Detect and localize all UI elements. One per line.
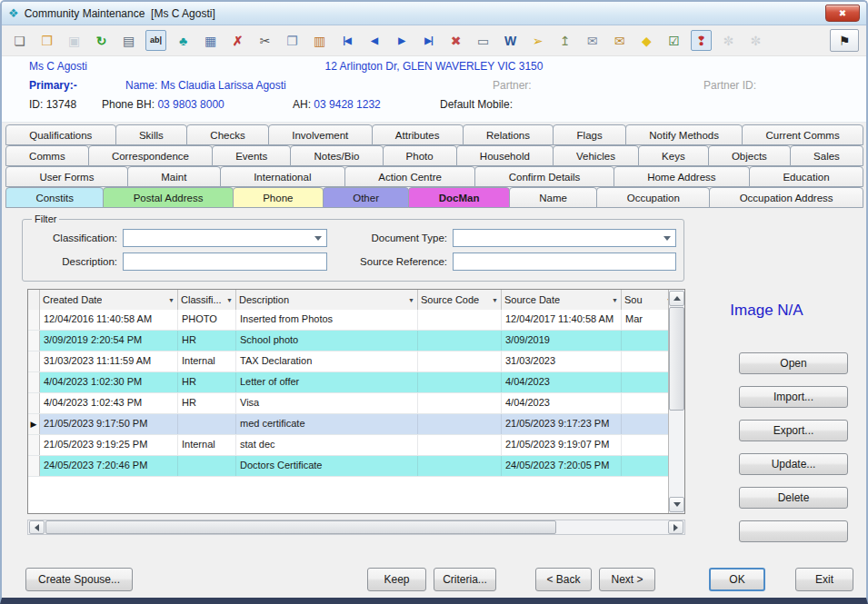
table-row[interactable]: 21/05/2023 9:19:25 PM Internal stat dec …: [28, 435, 684, 456]
tab-keys[interactable]: Keys: [638, 145, 709, 166]
scroll-right-button[interactable]: [668, 520, 683, 534]
description-input[interactable]: [123, 252, 327, 271]
table-row[interactable]: ▶ 21/05/2023 9:17:50 PM med certificate …: [28, 414, 684, 435]
filter-arrow-icon[interactable]: ▼: [408, 297, 414, 303]
filter-arrow-icon[interactable]: ▼: [612, 297, 618, 303]
delete-record-icon[interactable]: ✖: [445, 30, 466, 51]
tab-involvement[interactable]: Involvement: [268, 124, 373, 145]
create-spouse-button[interactable]: Create Spouse...: [25, 568, 133, 591]
tab-qualifications[interactable]: Qualifications: [5, 124, 116, 145]
tab-photo[interactable]: Photo: [383, 145, 457, 166]
tab-notes-bio[interactable]: Notes/Bio: [290, 145, 383, 166]
last-record-icon[interactable]: ▶|: [418, 30, 439, 51]
refresh-icon[interactable]: ↻: [91, 30, 112, 51]
export-button[interactable]: Export...: [739, 420, 848, 441]
horizontal-scroll-thumb[interactable]: [45, 520, 556, 534]
ok-button[interactable]: OK: [709, 568, 765, 591]
pushpin-icon[interactable]: ❢: [691, 30, 712, 51]
tab-sales[interactable]: Sales: [790, 145, 863, 166]
word-merge-icon[interactable]: W: [500, 30, 521, 51]
tab-maint[interactable]: Maint: [127, 166, 221, 187]
tab-occupation[interactable]: Occupation: [596, 187, 710, 208]
table-row[interactable]: 12/04/2016 11:40:58 AM PHOTO Inserted fr…: [28, 310, 684, 331]
tab-action-centre[interactable]: Action Centre: [344, 166, 475, 187]
cut-icon[interactable]: ✂: [254, 30, 275, 51]
tab-other[interactable]: Other: [323, 187, 410, 208]
scroll-up-button[interactable]: [669, 291, 684, 306]
table-row[interactable]: 4/04/2023 1:02:30 PM HR Letter of offer …: [28, 372, 684, 393]
copy-special-icon[interactable]: ↥: [554, 30, 575, 51]
grid-view-icon[interactable]: ▦: [200, 30, 221, 51]
column-header-source-code[interactable]: Source Code ▼: [418, 290, 502, 310]
table-row[interactable]: 31/03/2023 11:11:59 AM Internal TAX Decl…: [28, 352, 684, 372]
memo-icon[interactable]: ▭: [473, 30, 494, 51]
document-type-combobox[interactable]: [453, 229, 676, 247]
tab-international[interactable]: International: [220, 166, 345, 187]
tree-view-icon[interactable]: ♣: [173, 30, 194, 51]
close-button[interactable]: ✖: [825, 5, 860, 22]
tab-home-address[interactable]: Home Address: [614, 166, 750, 187]
tab-current-comms[interactable]: Current Comms: [742, 124, 863, 145]
previous-record-icon[interactable]: ◀: [364, 30, 384, 51]
send-icon[interactable]: ➢: [527, 30, 548, 51]
save-icon[interactable]: ▣: [64, 30, 85, 51]
tab-docman[interactable]: DocMan: [408, 187, 510, 208]
filter-arrow-icon[interactable]: ▼: [492, 297, 498, 303]
tab-attributes[interactable]: Attributes: [372, 124, 464, 145]
vertical-scrollbar[interactable]: [668, 290, 684, 513]
open-folder-icon[interactable]: ❒: [36, 30, 57, 51]
update-button[interactable]: Update...: [739, 453, 848, 475]
copy-icon[interactable]: ❐: [282, 30, 303, 51]
classification-combobox[interactable]: [123, 229, 327, 247]
source-reference-input[interactable]: [453, 252, 676, 271]
table-row[interactable]: 4/04/2023 1:02:43 PM HR Visa 4/04/2023: [28, 393, 684, 414]
spellcheck-icon[interactable]: ✗: [227, 30, 248, 51]
new-document-icon[interactable]: ❏: [9, 30, 30, 51]
next-button[interactable]: Next >: [599, 568, 655, 591]
tab-vehicles[interactable]: Vehicles: [553, 145, 639, 166]
first-record-icon[interactable]: |◀: [336, 30, 357, 51]
back-button[interactable]: < Back: [535, 568, 592, 591]
tab-constits[interactable]: Constits: [5, 187, 104, 208]
horizontal-scrollbar[interactable]: [27, 520, 685, 535]
next-record-icon[interactable]: ▶: [391, 30, 412, 51]
tab-postal-address[interactable]: Postal Address: [103, 187, 233, 208]
tag-icon[interactable]: ◆: [636, 30, 657, 51]
field-codes-icon[interactable]: ab|: [145, 30, 166, 51]
tab-confirm-details[interactable]: Confirm Details: [474, 166, 614, 187]
tab-user-forms[interactable]: User Forms: [5, 166, 128, 187]
email-icon[interactable]: ✉: [582, 30, 603, 51]
column-header-description[interactable]: Description ▼: [236, 290, 418, 310]
tab-flags[interactable]: Flags: [553, 124, 626, 145]
tab-household[interactable]: Household: [456, 145, 554, 166]
tab-phone[interactable]: Phone: [233, 187, 324, 208]
print-icon[interactable]: ▤: [118, 30, 139, 51]
tasks-icon[interactable]: ☑: [663, 30, 684, 51]
vertical-scroll-thumb[interactable]: [669, 307, 684, 411]
tab-objects[interactable]: Objects: [708, 145, 791, 166]
filter-arrow-icon[interactable]: ▼: [226, 297, 233, 303]
paste-icon[interactable]: ▥: [309, 30, 330, 51]
tab-events[interactable]: Events: [212, 145, 291, 166]
keep-button[interactable]: Keep: [367, 568, 426, 591]
sync-right-icon[interactable]: ✼: [745, 30, 766, 51]
tab-correspondence[interactable]: Correspondence: [88, 145, 213, 166]
tab-skills[interactable]: Skills: [115, 124, 187, 145]
email-send-icon[interactable]: ✉: [609, 30, 630, 51]
tab-education[interactable]: Education: [749, 166, 863, 187]
scroll-down-button[interactable]: [669, 497, 684, 512]
table-row[interactable]: 3/09/2019 2:20:54 PM HR School photo 3/0…: [28, 331, 684, 352]
column-header-created-date[interactable]: Created Date ▼: [40, 290, 178, 310]
sync-left-icon[interactable]: ✼: [718, 30, 739, 51]
open-button[interactable]: Open: [739, 352, 848, 374]
blank-button[interactable]: [739, 520, 848, 542]
column-header-classification[interactable]: Classifi... ▼: [178, 290, 236, 310]
tab-occupation-address[interactable]: Occupation Address: [709, 187, 863, 208]
flag-icon[interactable]: ⚑: [830, 29, 859, 52]
tab-comms[interactable]: Comms: [5, 145, 89, 166]
tab-relations[interactable]: Relations: [463, 124, 554, 145]
import-button[interactable]: Import...: [739, 386, 848, 408]
tab-notify-methods[interactable]: Notify Methods: [625, 124, 743, 145]
delete-button[interactable]: Delete: [739, 487, 848, 509]
exit-button[interactable]: Exit: [795, 568, 853, 591]
